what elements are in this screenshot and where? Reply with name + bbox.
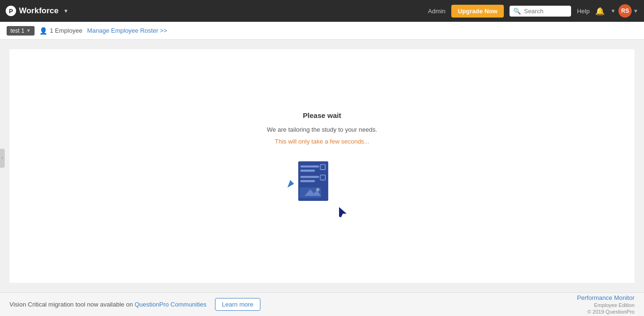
admin-label: Admin (428, 8, 446, 15)
loading-illustration (291, 159, 353, 221)
top-navigation: P Workforce ▼ Admin Upgrade Now 🔍 Help 🔔… (0, 0, 644, 22)
corner-arrow-icon (286, 178, 297, 189)
loading-sub-line1: We are tailoring the study to your needs… (267, 126, 377, 133)
footer: Vision Critical migration tool now avail… (0, 292, 644, 316)
svg-rect-4 (300, 176, 319, 178)
user-avatar[interactable]: RS (618, 4, 632, 18)
manage-employee-roster-link[interactable]: Manage Employee Roster >> (87, 27, 167, 34)
test-badge-arrow-icon: ▼ (26, 28, 31, 33)
footer-text-start: Vision Critical migration tool now avail… (9, 301, 134, 308)
avatar-dropdown-icon: ▼ (633, 8, 638, 14)
footer-right-area: Performance Monitor Employee Edition © 2… (577, 294, 635, 315)
learn-more-button[interactable]: Learn more (215, 298, 260, 311)
svg-rect-2 (300, 170, 315, 172)
sub-navigation: test 1 ▼ 👤 1 Employee Manage Employee Ro… (0, 22, 644, 40)
main-content-area: Please wait We are tailoring the study t… (0, 40, 644, 292)
test-badge-label: test 1 (10, 27, 24, 34)
svg-rect-1 (300, 165, 319, 167)
app-logo[interactable]: P Workforce ▼ (6, 6, 69, 16)
sidebar-collapse-handle[interactable]: ‹ (0, 149, 5, 168)
search-input[interactable] (524, 8, 567, 15)
test-badge[interactable]: test 1 ▼ (7, 26, 35, 36)
svg-marker-11 (287, 180, 294, 188)
notifications-bell-icon[interactable]: 🔔 (595, 7, 605, 16)
upgrade-now-button[interactable]: Upgrade Now (451, 5, 504, 18)
search-box[interactable]: 🔍 (510, 6, 571, 17)
help-label[interactable]: Help (577, 8, 590, 15)
logo-p-letter: P (9, 8, 13, 15)
edition-label: Employee Edition (594, 302, 635, 308)
svg-rect-5 (300, 180, 315, 182)
bell-dropdown-icon: ▼ (610, 8, 616, 14)
copyright-label: © 2019 QuestionPro (587, 309, 635, 315)
employee-count-label: 1 Employee (50, 27, 82, 34)
employee-icon: 👤 (39, 27, 47, 35)
search-icon: 🔍 (513, 8, 521, 15)
please-wait-title: Please wait (303, 111, 341, 119)
document-illustration-svg (291, 159, 339, 211)
app-name: Workforce (19, 6, 59, 16)
content-card: Please wait We are tailoring the study t… (9, 49, 635, 283)
performance-monitor-link[interactable]: Performance Monitor (577, 294, 635, 301)
loading-state-container: Please wait We are tailoring the study t… (248, 92, 396, 240)
svg-marker-10 (339, 207, 347, 217)
loading-sub-line2: This will only take a few seconds... (275, 138, 369, 145)
app-name-dropdown-icon[interactable]: ▼ (63, 8, 69, 14)
footer-text-highlight: QuestionPro Communities (134, 301, 206, 308)
sidebar-arrow-icon: ‹ (1, 155, 3, 161)
cursor-icon (337, 205, 350, 218)
employee-count-area: 👤 1 Employee (39, 27, 82, 35)
logo-icon: P (6, 6, 16, 16)
footer-banner-text: Vision Critical migration tool now avail… (9, 298, 577, 311)
svg-point-9 (316, 188, 320, 191)
